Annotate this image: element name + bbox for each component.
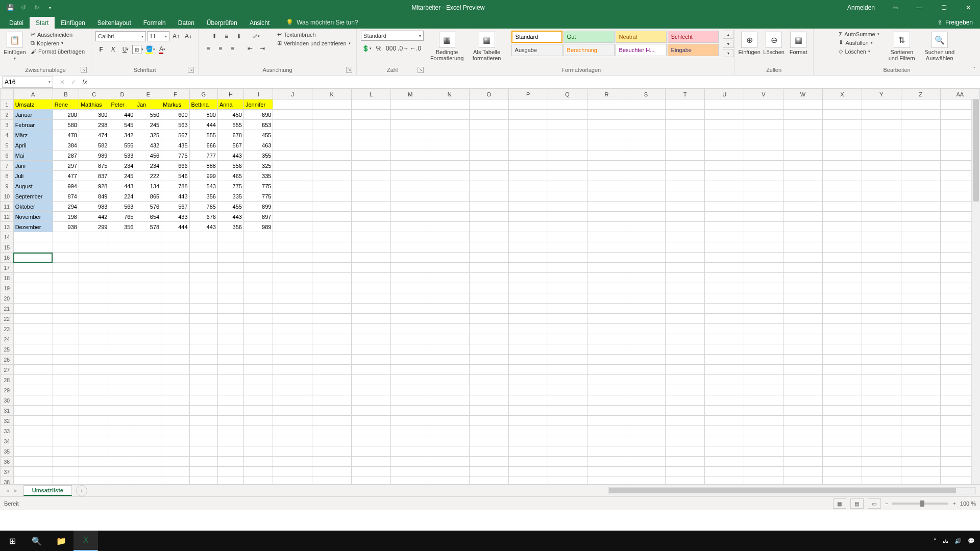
cell[interactable] xyxy=(390,202,430,212)
cell[interactable] xyxy=(273,334,312,344)
cell[interactable] xyxy=(587,334,626,344)
cell[interactable] xyxy=(901,151,940,161)
cell[interactable] xyxy=(744,140,783,151)
cell[interactable] xyxy=(430,110,469,120)
cell[interactable] xyxy=(901,406,940,416)
cell[interactable] xyxy=(744,416,783,426)
style-scroll-up-icon[interactable]: ▲ xyxy=(723,31,734,39)
cell[interactable] xyxy=(783,467,822,477)
cell[interactable] xyxy=(822,293,862,304)
cell[interactable] xyxy=(744,181,783,191)
cell[interactable] xyxy=(352,416,391,426)
cell[interactable] xyxy=(705,242,744,253)
cell[interactable] xyxy=(135,324,161,334)
cell[interactable] xyxy=(79,242,109,253)
cell[interactable] xyxy=(548,355,587,365)
cell[interactable]: 134 xyxy=(135,181,161,191)
cell[interactable] xyxy=(626,446,666,457)
cell[interactable] xyxy=(862,446,901,457)
font-dialog-icon[interactable]: ↘ xyxy=(188,67,194,73)
row-header[interactable]: 2 xyxy=(1,110,14,120)
cell[interactable] xyxy=(312,477,352,485)
cell[interactable]: 435 xyxy=(161,140,189,151)
cell[interactable] xyxy=(312,120,352,130)
font-color-button[interactable]: A▾ xyxy=(157,44,168,55)
cell[interactable]: 775 xyxy=(243,181,273,191)
clear-button[interactable]: ◇Löschen▾ xyxy=(837,47,872,55)
cell[interactable] xyxy=(705,130,744,140)
row-header[interactable]: 18 xyxy=(1,273,14,283)
cell[interactable] xyxy=(862,293,901,304)
cell[interactable] xyxy=(862,416,901,426)
cell[interactable] xyxy=(901,161,940,171)
cell[interactable] xyxy=(862,436,901,446)
row-header[interactable]: 36 xyxy=(1,457,14,467)
cell[interactable] xyxy=(626,426,666,436)
cell[interactable] xyxy=(666,355,705,365)
cell[interactable]: 433 xyxy=(161,212,189,222)
cell[interactable]: 788 xyxy=(161,181,189,191)
row-header[interactable]: 1 xyxy=(1,99,14,110)
cell[interactable] xyxy=(217,446,243,457)
cell[interactable] xyxy=(587,181,626,191)
cell[interactable] xyxy=(587,171,626,181)
tab-data[interactable]: Daten xyxy=(172,17,201,29)
cell[interactable]: 800 xyxy=(189,110,217,120)
cell[interactable]: Januar xyxy=(13,110,53,120)
col-header[interactable]: U xyxy=(705,89,744,99)
sign-in-button[interactable]: Anmelden xyxy=(840,0,882,15)
cell[interactable] xyxy=(243,375,273,385)
cell[interactable] xyxy=(273,273,312,283)
decrease-decimal-icon[interactable]: ←.0 xyxy=(410,43,421,54)
cell[interactable] xyxy=(626,304,666,314)
cell[interactable] xyxy=(13,416,53,426)
cell[interactable] xyxy=(273,151,312,161)
cell[interactable] xyxy=(109,324,135,334)
cell[interactable]: 465 xyxy=(217,171,243,181)
cell[interactable] xyxy=(217,324,243,334)
cell[interactable] xyxy=(79,416,109,426)
cell[interactable] xyxy=(744,304,783,314)
cell[interactable]: 999 xyxy=(189,171,217,181)
cell[interactable]: 897 xyxy=(243,212,273,222)
cell[interactable] xyxy=(390,130,430,140)
cell[interactable]: 849 xyxy=(79,191,109,202)
cell[interactable] xyxy=(390,212,430,222)
col-header[interactable]: E xyxy=(135,89,161,99)
cell[interactable]: Markus xyxy=(161,99,189,110)
cell[interactable] xyxy=(587,222,626,232)
cell[interactable] xyxy=(666,436,705,446)
cell[interactable] xyxy=(705,426,744,436)
cell[interactable] xyxy=(587,202,626,212)
cell[interactable] xyxy=(53,355,79,365)
cell[interactable]: 556 xyxy=(109,140,135,151)
col-header[interactable]: R xyxy=(587,89,626,99)
cell[interactable] xyxy=(189,242,217,253)
cell[interactable] xyxy=(666,181,705,191)
cell[interactable] xyxy=(135,344,161,355)
cell[interactable] xyxy=(901,395,940,406)
cell[interactable]: 775 xyxy=(161,151,189,161)
percent-format-icon[interactable]: % xyxy=(373,43,384,54)
cell[interactable] xyxy=(312,181,352,191)
cell[interactable] xyxy=(469,395,508,406)
cell[interactable] xyxy=(390,151,430,161)
cell[interactable] xyxy=(352,273,391,283)
cell[interactable]: März xyxy=(13,130,53,140)
cell[interactable] xyxy=(53,314,79,324)
cell[interactable]: 224 xyxy=(109,191,135,202)
cell[interactable] xyxy=(217,406,243,416)
cell[interactable] xyxy=(312,324,352,334)
cell[interactable] xyxy=(548,273,587,283)
cell[interactable] xyxy=(548,304,587,314)
cell[interactable]: 384 xyxy=(53,140,79,151)
cell[interactable] xyxy=(13,355,53,365)
find-select-button[interactable]: 🔍Suchen und Auswählen xyxy=(922,31,957,62)
cell[interactable] xyxy=(53,446,79,457)
cell[interactable] xyxy=(469,416,508,426)
cell[interactable] xyxy=(666,171,705,181)
cell[interactable] xyxy=(469,477,508,485)
cell[interactable] xyxy=(312,253,352,263)
cell[interactable] xyxy=(390,191,430,202)
cell[interactable] xyxy=(189,334,217,344)
